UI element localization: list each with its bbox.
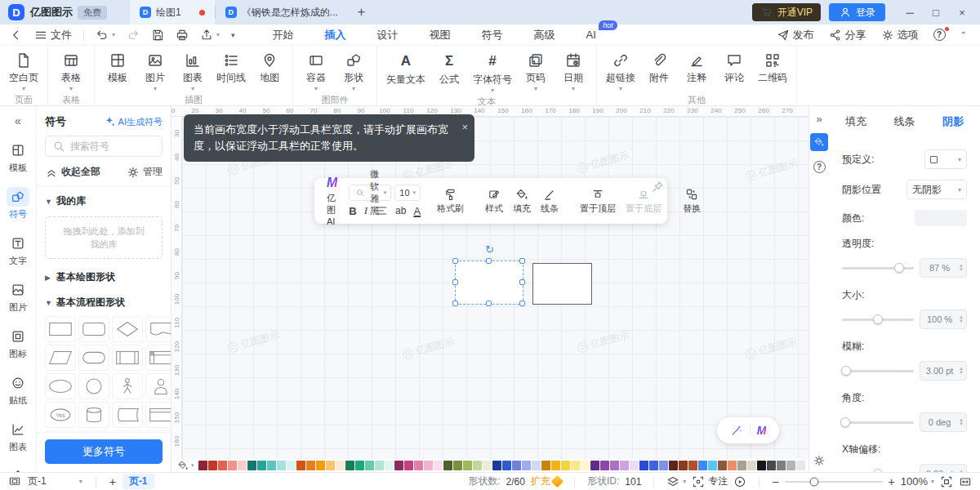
color-swatch[interactable] xyxy=(610,461,619,470)
expand-quota-link[interactable]: 扩充 xyxy=(531,474,562,488)
export-button[interactable]: ▾ xyxy=(200,29,220,42)
replace-button[interactable]: 替换 xyxy=(678,188,706,215)
color-swatch[interactable] xyxy=(630,461,639,470)
color-swatch[interactable] xyxy=(786,461,795,470)
symbol-stick-figure[interactable] xyxy=(112,373,143,399)
format-painter-button[interactable]: 格式刷 xyxy=(432,188,469,215)
sidebar-item-文字[interactable]: 文字 xyxy=(0,227,37,274)
manage-button[interactable]: 管理 xyxy=(127,165,163,179)
color-swatch[interactable] xyxy=(247,461,256,470)
color-swatch[interactable] xyxy=(688,461,697,470)
ribbon-button-image[interactable]: 图片▾ xyxy=(137,51,173,92)
close-button[interactable]: × xyxy=(951,2,973,22)
color-swatch[interactable] xyxy=(757,461,766,470)
symbol-decision[interactable] xyxy=(112,316,143,342)
search-input[interactable] xyxy=(70,140,152,152)
color-swatch[interactable] xyxy=(483,461,492,470)
color-swatch[interactable] xyxy=(267,461,276,470)
document-tab[interactable]: D绘图1 xyxy=(130,0,215,24)
slider-track[interactable] xyxy=(842,421,914,424)
color-swatch[interactable] xyxy=(698,461,707,470)
panel-settings-gear-icon[interactable] xyxy=(813,454,826,467)
focus-mode-button[interactable]: 专注 xyxy=(692,474,728,488)
zoom-out-button[interactable]: − xyxy=(772,475,778,488)
zoom-in-button[interactable]: + xyxy=(889,475,895,488)
italic-button[interactable]: I xyxy=(364,204,368,217)
collapse-ribbon-button[interactable]: ⌃ xyxy=(960,30,967,39)
color-swatch[interactable] xyxy=(424,461,433,470)
sidebar-item-模板[interactable]: 模板 xyxy=(0,134,37,180)
color-swatch[interactable] xyxy=(218,461,227,470)
zoom-slider[interactable] xyxy=(785,481,883,483)
ribbon-button-page[interactable]: 空白页▾ xyxy=(5,51,42,92)
color-swatch[interactable] xyxy=(492,461,501,470)
rectangle-shape[interactable] xyxy=(532,263,592,305)
pin-toolbar-icon[interactable] xyxy=(651,180,664,194)
color-swatch[interactable] xyxy=(355,461,364,470)
zoom-level-dropdown[interactable]: 100%▾ xyxy=(901,475,934,488)
color-swatch[interactable] xyxy=(679,461,688,470)
predefined-dropdown[interactable]: ▾ xyxy=(924,149,967,169)
symbol-internal-storage[interactable] xyxy=(145,345,171,371)
style-button[interactable]: 样式 xyxy=(480,188,508,215)
value-spinner[interactable]: 0 deg▲▼ xyxy=(920,412,967,432)
ribbon-button-container[interactable]: 容器▾ xyxy=(298,51,334,92)
ribbon-button-clip[interactable]: 附件 xyxy=(641,51,677,92)
selection-handle[interactable] xyxy=(452,279,458,285)
color-swatch[interactable] xyxy=(434,461,443,470)
minimize-button[interactable]: ─ xyxy=(898,2,921,22)
fit-screen-icon[interactable] xyxy=(940,475,953,488)
color-swatch[interactable] xyxy=(326,461,335,470)
library-dropzone[interactable]: 拖拽到此处，添加到 我的库 xyxy=(45,216,163,259)
font-size-select[interactable]: 10 ▾ xyxy=(394,185,421,201)
bold-button[interactable]: B xyxy=(349,205,356,217)
selection-handle[interactable] xyxy=(452,301,458,306)
color-swatch[interactable] xyxy=(728,461,737,470)
ribbon-button-date[interactable]: 日期▾ xyxy=(555,51,591,94)
fill-color-tool[interactable]: ▾ xyxy=(176,459,194,472)
maximize-button[interactable]: □ xyxy=(924,2,947,22)
ribbon-button-shape[interactable]: 形状▾ xyxy=(336,51,372,92)
bring-to-front-button[interactable]: 置于顶层 xyxy=(575,188,621,215)
menu-AI[interactable]: AIhot xyxy=(585,26,598,43)
color-swatch[interactable] xyxy=(443,461,452,470)
sidebar-item-符号[interactable]: 符号 xyxy=(0,180,37,227)
back-icon[interactable] xyxy=(10,29,23,42)
undo-button[interactable]: ▾ xyxy=(96,29,115,42)
selection-handle[interactable] xyxy=(519,279,525,285)
spinner-arrows-icon[interactable]: ▲▼ xyxy=(959,367,966,375)
symbol-circle[interactable] xyxy=(78,373,109,399)
ribbon-button-charA[interactable]: A矢量文本 xyxy=(382,51,430,94)
play-button[interactable] xyxy=(733,475,746,488)
ribbon-button-timeline[interactable]: 时间线 xyxy=(212,51,250,92)
ribbon-button-link[interactable]: 超链接▾ xyxy=(602,51,639,92)
color-swatch[interactable] xyxy=(257,461,266,470)
sidebar-item-贴纸[interactable]: 贴纸 xyxy=(0,367,37,413)
panel-help-button[interactable]: ? xyxy=(813,161,826,173)
value-spinner[interactable]: 100 %▲▼ xyxy=(920,310,967,329)
login-button[interactable]: 登录 xyxy=(829,3,885,21)
symbol-alternate-process[interactable] xyxy=(78,316,109,342)
selection-handle[interactable] xyxy=(519,301,525,306)
collapse-all-button[interactable]: 收起全部 xyxy=(45,165,100,179)
underline-color-button[interactable]: A xyxy=(413,205,421,217)
color-swatch[interactable] xyxy=(718,461,727,470)
color-swatch[interactable] xyxy=(512,461,521,470)
edraw-ai-button[interactable]: M 亿图AI xyxy=(321,183,343,219)
color-swatch[interactable] xyxy=(316,461,325,470)
shadow-position-dropdown[interactable]: 无阴影 ▾ xyxy=(906,180,967,199)
file-menu[interactable]: 文件 xyxy=(34,28,72,42)
collapse-sidebar-button[interactable]: « xyxy=(15,114,21,127)
new-tab-button[interactable]: + xyxy=(348,5,375,20)
align-button[interactable] xyxy=(375,204,388,217)
color-swatch[interactable] xyxy=(522,461,531,470)
ribbon-button-charSigma[interactable]: Σ公式 xyxy=(431,51,467,94)
redo-button[interactable] xyxy=(127,29,140,42)
symbol-parallelogram[interactable] xyxy=(45,345,76,371)
color-swatch[interactable] xyxy=(796,461,805,470)
section-my-library[interactable]: ▼我的库 xyxy=(45,186,163,212)
zoom-slider-thumb[interactable] xyxy=(809,477,818,486)
ribbon-button-comment[interactable]: 评论 xyxy=(716,51,752,92)
color-swatch[interactable] xyxy=(385,461,394,470)
selection-handle[interactable] xyxy=(519,258,525,264)
